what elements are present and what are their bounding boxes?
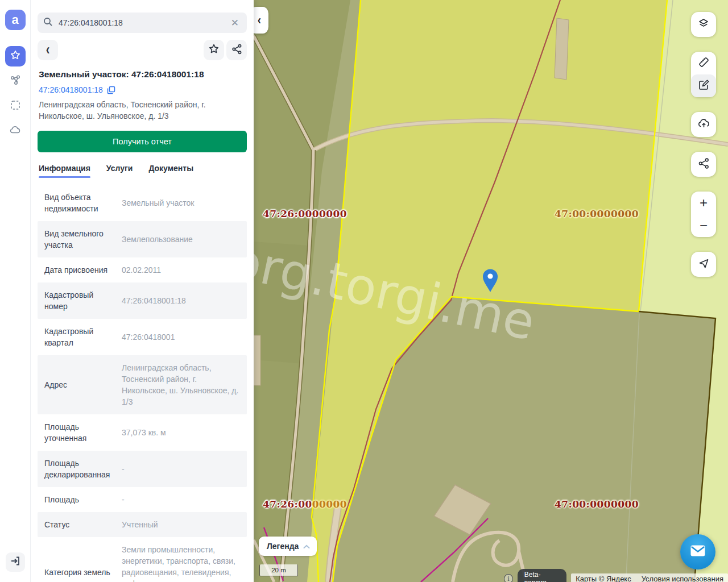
cadastral-number-link[interactable]: 47:26:0418001:18 [39, 85, 103, 94]
row-value: 47:26:0418001 [119, 323, 240, 351]
legend-button[interactable]: Легенда [259, 537, 317, 556]
table-row: Площадь - [38, 487, 247, 512]
ruler-button[interactable] [691, 52, 716, 74]
tab-bar: Информация Услуги Документы [38, 160, 247, 178]
table-row: Дата присвоения 02.02.2011 [38, 257, 247, 282]
building-strip-top[interactable] [555, 18, 569, 80]
share-map-button[interactable] [691, 152, 716, 177]
share-icon [231, 44, 242, 57]
row-label: Адрес [44, 377, 119, 393]
vector-nodes-icon [10, 74, 21, 88]
tab-services[interactable]: Услуги [106, 160, 133, 178]
row-value: 37,073 кв. м [119, 419, 240, 446]
tab-documents[interactable]: Документы [148, 160, 193, 178]
sign-in-button[interactable] [6, 552, 25, 572]
envelope-icon [690, 544, 706, 559]
table-row: Адрес Ленинградская область, Тосненский … [38, 355, 247, 414]
row-label: Дата присвоения [44, 262, 119, 278]
upload-button[interactable] [691, 112, 716, 137]
cloud-rail-button[interactable] [5, 121, 26, 142]
share-object-button[interactable] [226, 40, 247, 60]
left-darker-patch[interactable] [254, 242, 308, 364]
row-label: Категория земель [44, 564, 119, 580]
ruler-icon [698, 56, 710, 70]
locate-button[interactable] [691, 252, 716, 277]
star-icon [10, 49, 21, 63]
row-value: - [119, 492, 240, 508]
info-icon[interactable]: i [504, 574, 513, 582]
edit-pencil-icon [698, 79, 710, 93]
minus-icon: − [700, 219, 708, 232]
row-label: Кадастровый номер [44, 287, 119, 314]
attribution-strip: Карты © Яндекс Условия использования [571, 573, 728, 582]
table-row: Площадь декларированная - [38, 451, 247, 487]
map-copyright[interactable]: Карты © Яндекс [576, 575, 631, 582]
layers-button[interactable] [691, 12, 716, 37]
object-address: Ленинградская область, Тосненский район,… [39, 99, 238, 122]
scale-label: 20 m [271, 567, 286, 573]
terms-link[interactable]: Условия использования [642, 575, 723, 582]
tab-information[interactable]: Информация [39, 160, 90, 178]
chevron-up-icon [303, 542, 310, 551]
get-report-button[interactable]: Получить отчет [38, 131, 247, 152]
search-input[interactable] [59, 18, 229, 27]
favorite-object-button[interactable] [204, 40, 224, 60]
table-row: Вид земельного участка Землепользование [38, 221, 247, 257]
zoom-in-button[interactable]: + [691, 192, 716, 214]
table-row: Вид объекта недвижимости Земельный участ… [38, 185, 247, 221]
cadastral-link-row: 47:26:0418001:18 [39, 85, 246, 94]
table-row: Кадастровый квартал 47:26:0418001 [38, 319, 247, 355]
share-icon [698, 157, 710, 172]
chat-button[interactable] [680, 534, 715, 569]
row-label: Вид земельного участка [44, 226, 119, 253]
row-value: 47:26:0418001:18 [119, 287, 240, 314]
search-bar: ✕ [38, 13, 247, 33]
layers-icon [697, 17, 710, 32]
row-label: Площадь уточненная [44, 419, 119, 446]
dashed-selection-icon [10, 99, 21, 113]
row-value: Учтенный [119, 517, 240, 533]
zoom-group: + − [691, 192, 716, 237]
table-row: Статус Учтенный [38, 512, 247, 537]
favorites-rail-button[interactable] [5, 46, 26, 66]
navigation-arrow-icon [698, 257, 710, 272]
sign-in-icon [10, 556, 20, 568]
row-value: 02.02.2011 [119, 262, 240, 278]
scale-bar: 20 m [259, 564, 298, 576]
plus-icon: + [700, 196, 708, 210]
row-label: Статус [44, 517, 119, 533]
collapse-panel-button[interactable]: ‹ [254, 7, 268, 34]
zoom-out-button[interactable]: − [691, 214, 716, 237]
vector-nodes-rail-button[interactable] [5, 71, 26, 92]
search-clear-icon[interactable]: ✕ [229, 17, 241, 29]
app-logo[interactable]: a [5, 10, 26, 30]
star-outline-icon [208, 43, 220, 57]
detail-panel: ✕ ‹ Земельный участок: 47:26:0418001:18 … [31, 0, 254, 582]
back-icon: ‹ [46, 40, 50, 58]
icon-rail: a [0, 0, 31, 582]
area-select-rail-button[interactable] [5, 96, 26, 117]
measure-edit-group [691, 52, 716, 97]
chevron-left-icon: ‹ [258, 13, 261, 27]
row-label: Площадь декларированная [44, 455, 119, 483]
building-strip-left[interactable] [254, 335, 260, 385]
back-button[interactable]: ‹ [38, 40, 58, 60]
search-icon [43, 17, 53, 29]
map-container: torg.torgi.me 47:26:0000000 47:00:000000… [254, 0, 728, 582]
row-label: Площадь [44, 492, 119, 508]
row-label: Кадастровый квартал [44, 323, 119, 351]
row-value: - [119, 455, 240, 483]
row-value: Землепользование [119, 226, 240, 253]
legend-label: Легенда [267, 542, 299, 551]
map-canvas[interactable] [254, 0, 728, 582]
row-value: Земельный участок [119, 189, 240, 217]
copy-icon[interactable] [107, 86, 115, 94]
row-value: Ленинградская область, Тосненский район,… [119, 360, 240, 410]
cloud-upload-icon [697, 118, 710, 132]
table-row: Категория земель Земли промышленности, э… [38, 537, 247, 582]
row-value: Земли промышленности, энергетики, трансп… [119, 542, 240, 582]
info-table: Вид объекта недвижимости Земельный участ… [38, 185, 247, 582]
row-label: Вид объекта недвижимости [44, 189, 119, 217]
edit-button[interactable] [691, 74, 716, 97]
app-root: a [0, 0, 728, 582]
